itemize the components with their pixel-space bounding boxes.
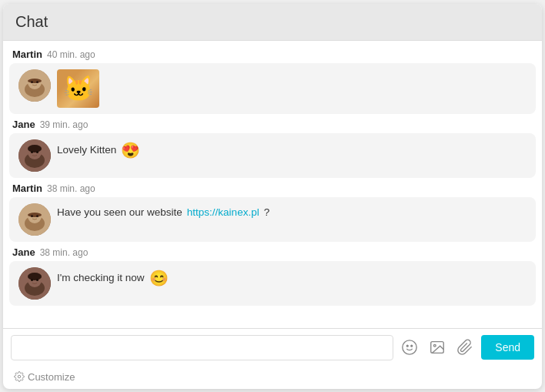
message-content-3: Have you seen our website https://kainex… bbox=[57, 203, 269, 218]
chat-footer: Customize bbox=[3, 367, 542, 389]
timestamp: 40 min. ago bbox=[47, 49, 95, 60]
send-button[interactable]: Send bbox=[481, 335, 534, 360]
message-meta-3: Martin 38 min. ago bbox=[9, 183, 536, 194]
message-content-2: Lovely Kitten 😍 bbox=[57, 139, 140, 158]
message-group-2: Jane 39 min. ago bbox=[9, 119, 536, 178]
message-group-1: Martin 40 min. ago bbox=[9, 49, 536, 114]
message-text: Have you seen our website bbox=[57, 206, 182, 218]
message-group-3: Martin 38 min. ago Have you bbox=[9, 183, 536, 242]
svg-point-24 bbox=[403, 340, 416, 354]
chat-input[interactable] bbox=[11, 335, 393, 360]
message-bubble-1 bbox=[9, 63, 536, 114]
customize-label: Customize bbox=[28, 371, 75, 383]
emoji-icon: 😊 bbox=[149, 270, 169, 286]
emoji-button[interactable] bbox=[398, 336, 421, 359]
cat-image bbox=[57, 69, 99, 108]
sender-name: Martin bbox=[12, 183, 42, 194]
message-text-after: ? bbox=[264, 206, 270, 218]
svg-point-5 bbox=[36, 81, 38, 83]
chat-title: Chat bbox=[15, 13, 48, 30]
svg-point-3 bbox=[28, 79, 42, 83]
svg-point-28 bbox=[434, 344, 436, 347]
emoji-icon: 😍 bbox=[121, 142, 140, 158]
avatar-jane-1 bbox=[18, 139, 51, 172]
svg-point-15 bbox=[28, 213, 42, 217]
attachment-button[interactable] bbox=[453, 336, 476, 359]
svg-point-16 bbox=[31, 215, 33, 217]
chat-input-area: Send bbox=[3, 328, 542, 367]
timestamp: 39 min. ago bbox=[40, 119, 89, 130]
timestamp: 38 min. ago bbox=[40, 247, 89, 258]
svg-point-26 bbox=[411, 345, 413, 347]
website-link[interactable]: https://kainex.pl bbox=[187, 206, 259, 218]
sender-name: Jane bbox=[12, 119, 35, 130]
sender-name: Jane bbox=[12, 246, 35, 258]
avatar-martin-1 bbox=[18, 69, 51, 102]
svg-point-4 bbox=[31, 81, 33, 83]
sender-name: Martin bbox=[12, 49, 42, 60]
message-text: Lovely Kitten bbox=[57, 144, 116, 156]
chat-header: Chat bbox=[3, 4, 542, 41]
message-bubble-3: Have you seen our website https://kainex… bbox=[9, 197, 536, 242]
avatar-martin-2 bbox=[18, 203, 51, 236]
svg-point-17 bbox=[36, 215, 38, 217]
gear-icon bbox=[14, 371, 25, 382]
svg-point-29 bbox=[18, 375, 21, 378]
svg-point-11 bbox=[36, 151, 38, 153]
svg-point-22 bbox=[31, 279, 33, 281]
message-content-4: I'm checking it now 😊 bbox=[57, 267, 169, 286]
chat-container: Chat Martin 40 min. ago bbox=[3, 4, 542, 389]
message-meta-1: Martin 40 min. ago bbox=[9, 49, 536, 60]
customize-button[interactable]: Customize bbox=[14, 371, 75, 383]
message-meta-2: Jane 39 min. ago bbox=[9, 119, 536, 130]
message-group-4: Jane 38 min. ago bbox=[9, 246, 536, 306]
svg-point-25 bbox=[407, 345, 409, 347]
timestamp: 38 min. ago bbox=[47, 183, 95, 194]
svg-point-23 bbox=[36, 279, 38, 281]
message-meta-4: Jane 38 min. ago bbox=[9, 246, 536, 258]
message-bubble-4: I'm checking it now 😊 bbox=[9, 261, 536, 306]
message-text: I'm checking it now bbox=[57, 272, 145, 283]
svg-point-10 bbox=[31, 151, 33, 153]
message-bubble-2: Lovely Kitten 😍 bbox=[9, 133, 536, 178]
chat-messages: Martin 40 min. ago bbox=[3, 41, 542, 328]
avatar-jane-2 bbox=[18, 267, 51, 300]
image-button[interactable] bbox=[426, 336, 449, 359]
